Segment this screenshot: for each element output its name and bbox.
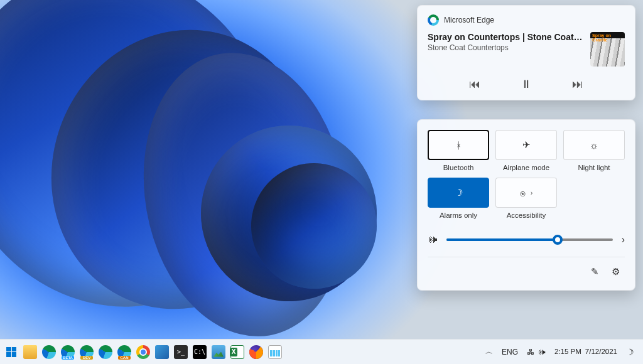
clock[interactable]: 2:15 PM 7/12/2021 xyxy=(551,346,621,357)
qs-tile-night-light[interactable]: ☼ xyxy=(563,130,625,160)
taskbar-terminal[interactable]: >_ xyxy=(172,343,190,361)
skip-next-icon: ⏭ xyxy=(572,78,583,90)
next-track-button[interactable]: ⏭ xyxy=(567,75,588,94)
taskbar-chrome[interactable] xyxy=(134,343,152,361)
taskbar-taskmanager[interactable] xyxy=(266,343,284,361)
qs-tile-label: Airplane mode xyxy=(495,164,557,171)
time-text: 2:15 PM xyxy=(554,348,581,356)
volume-expand-button[interactable]: › xyxy=(622,234,625,245)
chevron-right-icon: › xyxy=(531,189,533,196)
previous-track-button[interactable]: ⏮ xyxy=(464,75,485,94)
volume-slider[interactable] xyxy=(446,238,613,241)
skip-previous-icon: ⏮ xyxy=(469,78,480,90)
network-volume-tray[interactable]: 🖧 🕪 xyxy=(523,345,549,359)
network-icon: 🖧 xyxy=(527,348,534,356)
media-subtitle: Stone Coat Countertops xyxy=(428,43,584,52)
qs-tile-airplane-mode[interactable]: ✈ xyxy=(495,130,557,160)
qs-tile-bluetooth[interactable]: ᚼ xyxy=(428,130,489,160)
qs-tile-label: Bluetooth xyxy=(428,164,489,171)
edit-quick-settings-button[interactable]: ✎ xyxy=(586,264,604,280)
qs-tile-label: Alarms only xyxy=(428,211,489,219)
taskbar-edge-beta[interactable] xyxy=(59,343,77,361)
media-title: Spray on Countertops | Stone Coat E... xyxy=(428,32,584,42)
taskbar-cmd[interactable]: C:\ xyxy=(191,343,208,361)
taskbar-edge-2[interactable] xyxy=(97,343,114,361)
gear-icon: ⚙ xyxy=(612,266,620,277)
taskbar-edge[interactable] xyxy=(40,343,58,361)
taskbar-file-explorer[interactable] xyxy=(21,343,39,361)
taskbar-start[interactable] xyxy=(3,343,20,361)
pause-icon: ⏸ xyxy=(521,78,532,90)
moon-icon: ☽ xyxy=(626,347,634,357)
taskbar-edge-canary[interactable] xyxy=(116,343,133,361)
taskbar: >_C:\ ︿ ENG 🖧 🕪 2:15 PM 7/12/2021 ☽ xyxy=(0,339,643,364)
media-app-name: Microsoft Edge xyxy=(444,16,494,24)
focus-assist-tray-icon[interactable]: ☽ xyxy=(622,345,638,360)
airplane-icon: ✈ xyxy=(522,139,531,151)
taskbar-edge-dev[interactable] xyxy=(78,343,95,361)
settings-button[interactable]: ⚙ xyxy=(607,264,625,280)
pencil-icon: ✎ xyxy=(591,266,599,277)
media-thumbnail: Spray on Granite xyxy=(590,32,625,67)
volume-row: 🕪 › xyxy=(428,234,625,245)
media-source-app: Microsoft Edge xyxy=(428,14,625,26)
language-indicator[interactable]: ENG xyxy=(498,345,522,359)
bluetooth-icon: ᚼ xyxy=(456,140,462,151)
chevron-up-icon: ︿ xyxy=(485,346,493,357)
accessibility-icon: ⍟ xyxy=(520,188,526,198)
taskbar-firefox[interactable] xyxy=(247,343,265,361)
taskbar-photos[interactable] xyxy=(210,343,227,361)
qs-tile-label: Accessibility xyxy=(495,211,557,219)
speaker-icon: 🕪 xyxy=(538,348,546,356)
speaker-icon[interactable]: 🕪 xyxy=(428,234,438,245)
taskbar-excel[interactable] xyxy=(229,343,246,361)
qs-tile-label: Night light xyxy=(563,164,625,171)
media-control-card: Microsoft Edge Spray on Countertops | St… xyxy=(417,5,635,100)
date-text: 7/12/2021 xyxy=(585,348,617,356)
quick-settings-panel: ᚼBluetooth✈Airplane mode☼Night light☽Ala… xyxy=(417,119,635,291)
brightness-icon: ☼ xyxy=(590,140,598,151)
qs-tile-alarms-only[interactable]: ☽ xyxy=(428,178,489,208)
tray-overflow-button[interactable]: ︿ xyxy=(482,344,497,360)
edge-icon xyxy=(428,14,439,26)
taskbar-snipping[interactable] xyxy=(153,343,171,361)
play-pause-button[interactable]: ⏸ xyxy=(516,75,537,94)
qs-tile-accessibility[interactable]: ⍟› xyxy=(495,178,557,208)
moon-icon: ☽ xyxy=(455,187,463,198)
